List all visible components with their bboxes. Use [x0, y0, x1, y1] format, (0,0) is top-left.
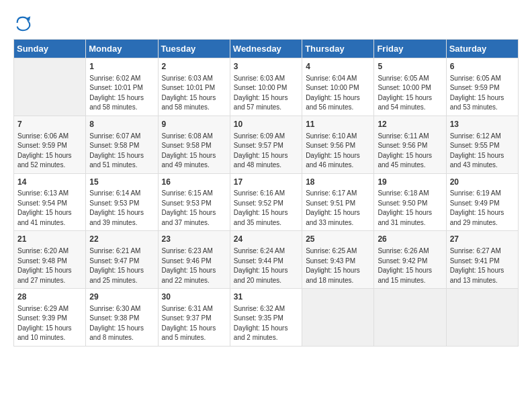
calendar-cell: 5Sunrise: 6:05 AM Sunset: 10:00 PM Dayli… — [374, 58, 446, 116]
day-info: Sunrise: 6:29 AM Sunset: 9:39 PM Dayligh… — [17, 304, 82, 343]
calendar-cell: 4Sunrise: 6:04 AM Sunset: 10:00 PM Dayli… — [302, 58, 374, 116]
day-info: Sunrise: 6:25 AM Sunset: 9:43 PM Dayligh… — [306, 246, 370, 285]
calendar-cell: 18Sunrise: 6:17 AM Sunset: 9:51 PM Dayli… — [302, 173, 374, 231]
day-number: 19 — [378, 177, 442, 188]
calendar-cell: 1Sunrise: 6:02 AM Sunset: 10:01 PM Dayli… — [86, 58, 158, 116]
day-info: Sunrise: 6:05 AM Sunset: 9:59 PM Dayligh… — [450, 74, 515, 113]
day-info: Sunrise: 6:27 AM Sunset: 9:41 PM Dayligh… — [450, 246, 515, 285]
day-number: 12 — [378, 119, 442, 130]
day-info: Sunrise: 6:13 AM Sunset: 9:54 PM Dayligh… — [17, 189, 82, 228]
calendar-cell: 31Sunrise: 6:32 AM Sunset: 9:35 PM Dayli… — [230, 289, 302, 347]
calendar-cell: 10Sunrise: 6:09 AM Sunset: 9:57 PM Dayli… — [230, 116, 302, 173]
calendar-cell — [446, 289, 518, 347]
day-info: Sunrise: 6:16 AM Sunset: 9:52 PM Dayligh… — [234, 189, 298, 228]
day-number: 2 — [162, 61, 226, 73]
day-number: 31 — [234, 291, 298, 303]
day-info: Sunrise: 6:30 AM Sunset: 9:38 PM Dayligh… — [89, 304, 154, 343]
calendar-cell: 13Sunrise: 6:12 AM Sunset: 9:55 PM Dayli… — [446, 116, 518, 173]
header-friday: Friday — [374, 40, 446, 58]
day-number: 7 — [17, 119, 82, 130]
week-row-5: 28Sunrise: 6:29 AM Sunset: 9:39 PM Dayli… — [14, 289, 519, 347]
calendar-table: SundayMondayTuesdayWednesdayThursdayFrid… — [13, 39, 519, 347]
day-info: Sunrise: 6:08 AM Sunset: 9:58 PM Dayligh… — [162, 132, 226, 171]
calendar-cell: 6Sunrise: 6:05 AM Sunset: 9:59 PM Daylig… — [446, 58, 518, 116]
calendar-cell: 7Sunrise: 6:06 AM Sunset: 9:59 PM Daylig… — [14, 116, 86, 173]
calendar-cell: 14Sunrise: 6:13 AM Sunset: 9:54 PM Dayli… — [14, 173, 86, 231]
calendar-cell: 19Sunrise: 6:18 AM Sunset: 9:50 PM Dayli… — [374, 173, 446, 231]
week-row-3: 14Sunrise: 6:13 AM Sunset: 9:54 PM Dayli… — [14, 173, 519, 231]
day-info: Sunrise: 6:24 AM Sunset: 9:44 PM Dayligh… — [234, 246, 298, 285]
calendar-cell: 11Sunrise: 6:10 AM Sunset: 9:56 PM Dayli… — [302, 116, 374, 173]
day-info: Sunrise: 6:14 AM Sunset: 9:53 PM Dayligh… — [89, 189, 154, 228]
calendar-cell: 3Sunrise: 6:03 AM Sunset: 10:00 PM Dayli… — [230, 58, 302, 116]
day-number: 29 — [89, 291, 154, 303]
week-row-4: 21Sunrise: 6:20 AM Sunset: 9:48 PM Dayli… — [14, 231, 519, 289]
day-info: Sunrise: 6:17 AM Sunset: 9:51 PM Dayligh… — [306, 189, 370, 228]
day-number: 16 — [162, 177, 226, 188]
day-number: 15 — [89, 177, 154, 188]
calendar-cell: 26Sunrise: 6:26 AM Sunset: 9:42 PM Dayli… — [374, 231, 446, 289]
calendar-cell: 16Sunrise: 6:15 AM Sunset: 9:53 PM Dayli… — [158, 173, 230, 231]
day-info: Sunrise: 6:03 AM Sunset: 10:00 PM Daylig… — [234, 74, 298, 113]
page-header — [13, 13, 519, 32]
logo — [13, 13, 35, 32]
calendar-cell: 20Sunrise: 6:19 AM Sunset: 9:49 PM Dayli… — [446, 173, 518, 231]
calendar-cell: 24Sunrise: 6:24 AM Sunset: 9:44 PM Dayli… — [230, 231, 302, 289]
week-row-2: 7Sunrise: 6:06 AM Sunset: 9:59 PM Daylig… — [14, 116, 519, 173]
calendar-cell — [374, 289, 446, 347]
day-number: 22 — [89, 234, 154, 245]
day-info: Sunrise: 6:32 AM Sunset: 9:35 PM Dayligh… — [234, 304, 298, 343]
day-number: 28 — [17, 291, 82, 303]
day-info: Sunrise: 6:21 AM Sunset: 9:47 PM Dayligh… — [89, 246, 154, 285]
day-number: 26 — [378, 234, 442, 245]
day-info: Sunrise: 6:19 AM Sunset: 9:49 PM Dayligh… — [450, 189, 515, 228]
header-tuesday: Tuesday — [158, 40, 230, 58]
day-number: 23 — [162, 234, 226, 245]
day-info: Sunrise: 6:10 AM Sunset: 9:56 PM Dayligh… — [306, 132, 370, 171]
day-info: Sunrise: 6:07 AM Sunset: 9:58 PM Dayligh… — [89, 132, 154, 171]
day-info: Sunrise: 6:04 AM Sunset: 10:00 PM Daylig… — [306, 74, 370, 113]
day-number: 4 — [306, 61, 370, 73]
day-number: 27 — [450, 234, 515, 245]
day-info: Sunrise: 6:11 AM Sunset: 9:56 PM Dayligh… — [378, 132, 442, 171]
calendar-cell — [302, 289, 374, 347]
calendar-cell: 17Sunrise: 6:16 AM Sunset: 9:52 PM Dayli… — [230, 173, 302, 231]
day-info: Sunrise: 6:12 AM Sunset: 9:55 PM Dayligh… — [450, 132, 515, 171]
day-number: 10 — [234, 119, 298, 130]
calendar-cell: 15Sunrise: 6:14 AM Sunset: 9:53 PM Dayli… — [86, 173, 158, 231]
calendar-cell: 23Sunrise: 6:23 AM Sunset: 9:46 PM Dayli… — [158, 231, 230, 289]
day-number: 24 — [234, 234, 298, 245]
day-number: 9 — [162, 119, 226, 130]
week-row-1: 1Sunrise: 6:02 AM Sunset: 10:01 PM Dayli… — [14, 58, 519, 116]
calendar-cell: 29Sunrise: 6:30 AM Sunset: 9:38 PM Dayli… — [86, 289, 158, 347]
header-monday: Monday — [86, 40, 158, 58]
day-info: Sunrise: 6:23 AM Sunset: 9:46 PM Dayligh… — [162, 246, 226, 285]
day-info: Sunrise: 6:18 AM Sunset: 9:50 PM Dayligh… — [378, 189, 442, 228]
day-number: 3 — [234, 61, 298, 73]
day-info: Sunrise: 6:03 AM Sunset: 10:01 PM Daylig… — [162, 74, 226, 113]
calendar-cell: 8Sunrise: 6:07 AM Sunset: 9:58 PM Daylig… — [86, 116, 158, 173]
calendar-body: 1Sunrise: 6:02 AM Sunset: 10:01 PM Dayli… — [14, 58, 519, 347]
day-info: Sunrise: 6:20 AM Sunset: 9:48 PM Dayligh… — [17, 246, 82, 285]
header-row: SundayMondayTuesdayWednesdayThursdayFrid… — [14, 40, 519, 58]
calendar-cell: 21Sunrise: 6:20 AM Sunset: 9:48 PM Dayli… — [14, 231, 86, 289]
day-number: 8 — [89, 119, 154, 130]
header-saturday: Saturday — [446, 40, 518, 58]
day-info: Sunrise: 6:15 AM Sunset: 9:53 PM Dayligh… — [162, 189, 226, 228]
day-number: 5 — [378, 61, 442, 73]
day-number: 17 — [234, 177, 298, 188]
calendar-cell: 30Sunrise: 6:31 AM Sunset: 9:37 PM Dayli… — [158, 289, 230, 347]
logo-icon — [13, 13, 32, 32]
day-info: Sunrise: 6:05 AM Sunset: 10:00 PM Daylig… — [378, 74, 442, 113]
day-number: 6 — [450, 61, 515, 73]
day-number: 1 — [89, 61, 154, 73]
calendar-cell: 27Sunrise: 6:27 AM Sunset: 9:41 PM Dayli… — [446, 231, 518, 289]
calendar-cell: 2Sunrise: 6:03 AM Sunset: 10:01 PM Dayli… — [158, 58, 230, 116]
day-number: 14 — [17, 177, 82, 188]
day-number: 20 — [450, 177, 515, 188]
calendar-cell: 28Sunrise: 6:29 AM Sunset: 9:39 PM Dayli… — [14, 289, 86, 347]
day-number: 25 — [306, 234, 370, 245]
header-sunday: Sunday — [14, 40, 86, 58]
calendar-cell — [14, 58, 86, 116]
day-info: Sunrise: 6:06 AM Sunset: 9:59 PM Dayligh… — [17, 132, 82, 171]
